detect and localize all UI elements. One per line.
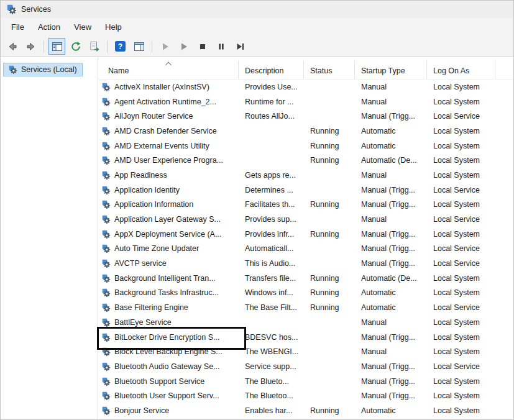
services-window: Services File Action View Help [0,0,514,420]
cell-name: Bluetooth Audio Gateway Se... [98,359,239,374]
cell-name: AMD User Experience Progra... [98,153,239,168]
cell-name: BattlEye Service [98,315,239,330]
export-list-button[interactable] [86,38,103,55]
service-gear-icon [102,230,111,239]
cell-description: Service supp... [239,359,304,374]
start-service-button[interactable] [157,38,173,55]
table-row[interactable]: Application Layer Gateway S...Provides s… [98,212,513,227]
show-console-tree-button[interactable] [48,38,65,55]
cell-description: The Bluetoo... [239,388,304,403]
cell-status: Running [304,139,355,153]
cell-startup: Automatic [355,300,427,315]
service-gear-icon [102,362,111,371]
cell-description: BDESVC hos... [239,330,304,345]
service-name-text: Application Information [114,200,193,209]
cell-logon: Local System [427,315,495,330]
table-row[interactable]: Base Filtering EngineThe Base Filt...Run… [98,300,513,315]
table-row[interactable]: Block Level Backup Engine S...The WBENGI… [98,344,513,359]
cell-logon: Local System [427,139,495,153]
table-row[interactable]: Bluetooth User Support Serv...The Blueto… [98,388,513,403]
menu-action[interactable]: Action [31,19,67,35]
show-action-pane-button[interactable] [131,38,147,55]
column-header-name[interactable]: Name [98,60,239,79]
table-row[interactable]: AllJoyn Router ServiceRoutes AllJo...Man… [98,109,513,124]
service-gear-icon [102,333,111,342]
cell-status [304,80,355,94]
cell-name: AMD External Events Utility [98,139,239,153]
table-row[interactable]: AVCTP serviceThis is Audio...Manual (Tri… [98,256,513,271]
cell-logon: Local Service [427,256,495,271]
cell-status [304,183,355,198]
menu-help[interactable]: Help [98,19,129,35]
forward-button[interactable] [22,38,39,55]
table-row[interactable]: App ReadinessGets apps re...ManualLocal … [98,168,513,183]
cell-name: Application Identity [98,183,239,198]
table-row[interactable]: Background Tasks Infrastruc...Windows in… [98,286,513,301]
cell-description [239,139,304,153]
menu-file[interactable]: File [4,19,31,35]
service-name-text: Background Intelligent Tran... [114,274,216,283]
cell-name: Bluetooth User Support Serv... [98,388,239,403]
service-gear-icon [102,215,111,224]
service-gear-icon [102,391,111,400]
menu-view[interactable]: View [67,19,98,35]
column-header-label: Description [245,66,284,75]
cell-status: Running [304,153,355,168]
column-header-startup-type[interactable]: Startup Type [355,60,427,79]
cell-status: Running [304,198,355,212]
cell-startup: Automatic (De... [355,271,427,286]
service-name-text: AppX Deployment Service (A... [114,230,221,239]
cell-name: Block Level Backup Engine S... [98,344,239,359]
cell-name: Background Intelligent Tran... [98,271,239,286]
table-row[interactable]: Bonjour ServiceEnables har...RunningAuto… [98,403,513,418]
cell-description: Facilitates th... [239,198,304,212]
table-row[interactable]: AMD User Experience Progra...RunningAuto… [98,153,513,168]
help-button[interactable]: ? [112,38,129,55]
service-name-text: Application Layer Gateway S... [114,215,221,224]
table-row[interactable]: BitLocker Drive Encryption S...BDESVC ho… [98,330,513,345]
column-header-description[interactable]: Description [239,60,304,79]
table-row[interactable]: Application InformationFacilitates th...… [98,198,513,212]
cell-status: Running [304,300,355,315]
table-row[interactable]: Bluetooth Audio Gateway Se...Service sup… [98,359,513,374]
table-row[interactable]: AMD Crash Defender ServiceRunningAutomat… [98,124,513,139]
table-row[interactable]: Agent Activation Runtime_2...Runtime for… [98,94,513,109]
cell-description: Automaticall... [239,242,304,257]
cell-name: AVCTP service [98,256,239,271]
service-gear-icon [102,142,111,150]
table-row[interactable]: Background Intelligent Tran...Transfers … [98,271,513,286]
pause-service-button[interactable] [213,38,229,55]
sidebar-item-services-local[interactable]: Services (Local) [3,63,83,76]
cell-startup: Manual (Trigg... [355,242,427,257]
service-gear-icon [102,347,111,356]
resume-service-button[interactable] [175,38,192,55]
cell-startup: Automatic (De... [355,153,427,168]
table-row[interactable]: AMD External Events UtilityRunningAutoma… [98,139,513,153]
service-gear-icon [102,200,111,209]
export-list-icon [89,41,100,52]
cell-description [239,153,304,168]
service-gear-icon [102,171,111,180]
cell-logon: Local Service [427,109,495,124]
table-row[interactable]: Auto Time Zone UpdaterAutomaticall...Man… [98,242,513,257]
cell-startup: Manual [355,212,427,227]
table-row[interactable]: Application IdentityDetermines ...Manual… [98,183,513,198]
refresh-button[interactable] [67,38,84,55]
cell-status [304,242,355,257]
service-gear-icon [102,259,111,268]
cell-name: BitLocker Drive Encryption S... [98,330,239,345]
table-row[interactable]: AppX Deployment Service (A...Provides in… [98,227,513,242]
column-header-status[interactable]: Status [304,60,355,79]
stop-service-button[interactable] [194,38,211,55]
restart-service-button[interactable] [231,38,248,55]
table-row[interactable]: ActiveX Installer (AxInstSV)Provides Use… [98,80,513,94]
column-header-label: Log On As [433,66,469,75]
cell-logon: Local Service [427,242,495,257]
table-row[interactable]: Bluetooth Support ServiceThe Blueto...Ma… [98,374,513,389]
table-row[interactable]: BattlEye ServiceManualLocal System [98,315,513,330]
service-name-text: Bluetooth User Support Serv... [114,391,219,400]
cell-description: Transfers file... [239,271,304,286]
back-button[interactable] [4,38,21,55]
column-header-log-on-as[interactable]: Log On As [427,60,495,79]
cell-logon: Local System [427,168,495,183]
